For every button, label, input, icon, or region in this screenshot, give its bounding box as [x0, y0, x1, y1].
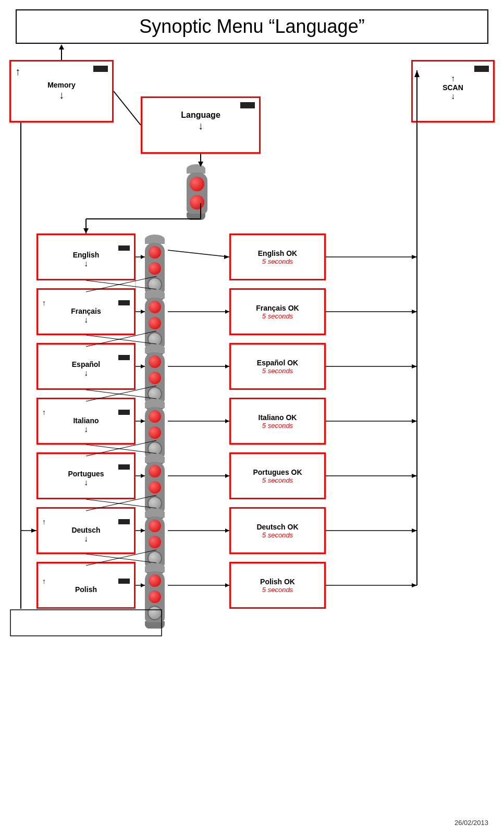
- deutsch-seconds: 5 seconds: [262, 531, 293, 539]
- lang-box-deutsch: ↑ Deutsch ↓: [36, 507, 136, 554]
- deu-btn-2[interactable]: [147, 535, 162, 549]
- memory-black-rect: [93, 66, 108, 72]
- esp-btn-1[interactable]: [147, 354, 162, 369]
- ita-btn-2[interactable]: [147, 425, 162, 440]
- svg-marker-22: [141, 583, 145, 587]
- svg-marker-24: [224, 255, 229, 259]
- lang-box-portugues: Portugues ↓: [36, 452, 136, 499]
- ok-box-francais: Français OK 5 seconds: [229, 288, 326, 335]
- francais-seconds: 5 seconds: [262, 312, 293, 320]
- deutsch-ok-label: Deutsch OK: [256, 523, 298, 531]
- scan-label: SCAN: [442, 83, 463, 92]
- language-black-rect: [240, 102, 255, 108]
- espanol-seconds: 5 seconds: [262, 367, 293, 375]
- portugues-ok-label: Portugues OK: [253, 468, 302, 476]
- fra-btn-2[interactable]: [147, 316, 162, 330]
- svg-marker-51: [412, 583, 417, 587]
- ok-box-italiano: Italiano OK 5 seconds: [229, 398, 326, 445]
- svg-marker-39: [412, 255, 417, 259]
- fra-btn-1[interactable]: [147, 300, 162, 314]
- svg-marker-47: [412, 474, 417, 478]
- lang-box-polish: ↑ Polish: [36, 562, 136, 609]
- polish-black-rect: [118, 579, 130, 584]
- svg-rect-59: [10, 610, 162, 636]
- memory-label: Memory: [15, 81, 108, 89]
- ok-box-deutsch: Deutsch OK 5 seconds: [229, 507, 326, 554]
- pol-btn-1[interactable]: [147, 573, 162, 588]
- page-title: Synoptic Menu “Language”: [16, 9, 488, 44]
- main-cluster: [187, 164, 207, 220]
- language-box: Language ↓: [141, 96, 261, 154]
- memory-box: ↑ Memory ↓: [9, 60, 114, 122]
- svg-marker-49: [412, 528, 417, 533]
- svg-marker-45: [412, 419, 417, 423]
- svg-marker-28: [225, 364, 229, 368]
- scan-box: ↑ SCAN ↓: [411, 60, 495, 122]
- pol-btn-3[interactable]: [147, 606, 162, 620]
- cluster-polish: [145, 563, 165, 629]
- english-ok-label: English OK: [258, 249, 297, 257]
- svg-line-23: [168, 250, 229, 257]
- english-seconds: 5 seconds: [262, 257, 293, 265]
- svg-marker-26: [225, 310, 229, 314]
- svg-marker-1: [59, 44, 64, 50]
- svg-marker-43: [412, 364, 417, 368]
- lang-box-espanol: Español ↓: [36, 343, 136, 390]
- main-btn-1[interactable]: [189, 176, 205, 192]
- svg-marker-14: [141, 364, 145, 368]
- francais-ok-label: Français OK: [256, 304, 299, 312]
- ok-box-portugues: Portugues OK 5 seconds: [229, 452, 326, 499]
- svg-marker-16: [141, 419, 145, 423]
- ok-box-english: English OK 5 seconds: [229, 233, 326, 280]
- svg-marker-10: [141, 255, 145, 259]
- pol-btn-2[interactable]: [147, 589, 162, 604]
- deutsch-label: Deutsch: [42, 526, 130, 534]
- date-label: 26/02/2013: [454, 819, 488, 827]
- portugues-label: Portugues: [42, 470, 130, 478]
- polish-ok-label: Polish OK: [260, 577, 295, 586]
- svg-marker-32: [225, 474, 229, 478]
- eng-btn-2[interactable]: [147, 261, 162, 276]
- francais-black-rect: [118, 300, 130, 305]
- espanol-ok-label: Español OK: [257, 359, 298, 367]
- esp-btn-2[interactable]: [147, 371, 162, 385]
- svg-marker-18: [141, 474, 145, 478]
- lang-box-english: English ↓: [36, 233, 136, 280]
- polish-label: Polish: [42, 585, 130, 594]
- espanol-label: Español: [42, 360, 130, 368]
- por-btn-1[interactable]: [147, 464, 162, 478]
- italiano-ok-label: Italiano OK: [259, 413, 297, 422]
- svg-line-2: [114, 91, 141, 125]
- ita-btn-1[interactable]: [147, 409, 162, 424]
- ok-box-espanol: Español OK 5 seconds: [229, 343, 326, 390]
- espanol-black-rect: [118, 355, 130, 360]
- svg-marker-41: [412, 310, 417, 314]
- svg-marker-34: [225, 528, 229, 533]
- svg-marker-30: [225, 419, 229, 423]
- svg-marker-8: [83, 228, 89, 233]
- lang-box-italiano: ↑ Italiano ↓: [36, 398, 136, 445]
- italiano-black-rect: [118, 410, 130, 415]
- english-label: English: [42, 251, 130, 259]
- eng-btn-1[interactable]: [147, 245, 162, 260]
- language-label: Language: [146, 110, 255, 120]
- svg-marker-12: [141, 310, 145, 314]
- ok-box-polish: Polish OK 5 seconds: [229, 562, 326, 609]
- portugues-seconds: 5 seconds: [262, 476, 293, 484]
- svg-marker-57: [31, 528, 36, 533]
- english-black-rect: [118, 245, 130, 251]
- portugues-black-rect: [118, 464, 130, 470]
- lang-box-francais: ↑ Français ↓: [36, 288, 136, 335]
- polish-seconds: 5 seconds: [262, 586, 293, 594]
- scan-black-rect: [474, 66, 489, 72]
- svg-marker-36: [225, 583, 229, 587]
- main-btn-2[interactable]: [189, 194, 205, 211]
- italiano-label: Italiano: [42, 416, 130, 425]
- por-btn-2[interactable]: [147, 480, 162, 495]
- deu-btn-1[interactable]: [147, 519, 162, 533]
- italiano-seconds: 5 seconds: [262, 422, 293, 429]
- deutsch-black-rect: [118, 519, 130, 524]
- svg-marker-20: [141, 528, 145, 533]
- francais-label: Français: [42, 307, 130, 315]
